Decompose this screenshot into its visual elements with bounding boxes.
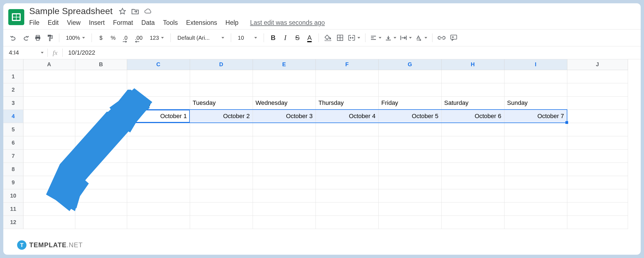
menu-help[interactable]: Help <box>225 19 238 26</box>
move-to-folder-icon[interactable] <box>131 7 139 15</box>
grid-cell[interactable]: October 4 <box>316 110 378 123</box>
row-header[interactable]: 8 <box>3 163 23 176</box>
sheets-logo-icon[interactable] <box>8 9 24 25</box>
fx-icon: fx <box>48 49 62 57</box>
grid-cell[interactable]: Monday <box>127 96 190 110</box>
menu-tools[interactable]: Tools <box>163 19 178 26</box>
row-header[interactable]: 9 <box>3 176 23 189</box>
text-color-button[interactable]: A <box>304 32 315 43</box>
menu-file[interactable]: File <box>29 19 39 26</box>
column-header[interactable]: I <box>504 59 567 70</box>
grid-cell[interactable]: Tuesday <box>190 96 253 110</box>
paint-format-icon[interactable] <box>45 32 55 43</box>
grid-cell[interactable]: October 7 <box>504 110 567 123</box>
menu-bar: File Edit View Insert Format Data Tools … <box>29 17 325 26</box>
row-header[interactable]: 7 <box>3 149 23 163</box>
svg-rect-3 <box>36 38 39 40</box>
row-header[interactable]: 5 <box>3 123 23 136</box>
insert-link-button[interactable] <box>436 32 447 43</box>
row-header[interactable]: 11 <box>3 202 23 216</box>
document-title[interactable]: Sample Spreadsheet <box>29 6 113 16</box>
menu-insert[interactable]: Insert <box>89 19 105 26</box>
name-box[interactable]: 4:I4 <box>3 49 47 56</box>
italic-button[interactable]: I <box>280 32 290 43</box>
star-icon[interactable] <box>119 7 126 15</box>
vertical-align-dropdown[interactable] <box>384 32 397 43</box>
column-header[interactable]: F <box>316 59 378 70</box>
watermark: T TEMPLATE.NET <box>17 240 83 250</box>
row-header[interactable]: 2 <box>3 83 23 96</box>
decrease-decimal-button[interactable]: .0 <box>120 32 130 43</box>
spreadsheet-grid[interactable]: A B C D E F G H I J 1 2 3 Monday Tuesday… <box>3 59 641 255</box>
font-size-dropdown[interactable]: 10 <box>235 32 260 43</box>
svg-rect-4 <box>48 35 51 37</box>
text-wrap-dropdown[interactable] <box>399 32 413 43</box>
svg-point-5 <box>329 38 331 39</box>
google-sheets-window: Sample Spreadsheet File Edit View <box>3 3 641 255</box>
grid-cell[interactable]: October 2 <box>190 110 253 123</box>
svg-marker-0 <box>120 8 126 14</box>
grid-cell[interactable]: Thursday <box>316 96 378 110</box>
redo-icon[interactable] <box>20 32 31 43</box>
merge-cells-dropdown[interactable] <box>347 32 361 43</box>
column-header[interactable]: A <box>23 59 75 70</box>
undo-icon[interactable] <box>8 32 19 43</box>
column-header[interactable]: J <box>567 59 628 70</box>
last-edit-link[interactable]: Last edit was seconds ago <box>250 19 325 26</box>
font-size-value: 10 <box>238 35 244 41</box>
print-icon[interactable] <box>33 32 43 43</box>
svg-rect-1 <box>36 35 39 37</box>
grid-cell[interactable]: Wednesday <box>253 96 316 110</box>
horizontal-align-dropdown[interactable] <box>369 32 383 43</box>
zoom-dropdown[interactable]: 100% <box>63 32 88 43</box>
toolbar: 100% $ % .0 .00 123 Default (Ari... 10 B… <box>3 30 641 46</box>
increase-decimal-button[interactable]: .00 <box>132 32 145 43</box>
formula-bar: 4:I4 fx 10/1/2022 <box>3 46 641 59</box>
select-all-corner[interactable] <box>3 59 23 70</box>
column-header[interactable]: E <box>253 59 316 70</box>
menu-view[interactable]: View <box>67 19 81 26</box>
menu-data[interactable]: Data <box>141 19 155 26</box>
row-header[interactable]: 12 <box>3 216 23 229</box>
row-header[interactable]: 4 <box>3 110 23 123</box>
title-bar: Sample Spreadsheet File Edit View <box>3 3 641 27</box>
cloud-status-icon[interactable] <box>144 7 152 15</box>
column-header[interactable]: G <box>378 59 441 70</box>
cell-reference: 4:I4 <box>9 49 19 56</box>
borders-button[interactable] <box>335 32 345 43</box>
watermark-suffix: .NET <box>67 241 83 249</box>
column-header[interactable]: C <box>127 59 190 70</box>
grid-cell[interactable]: October 3 <box>253 110 316 123</box>
column-header[interactable]: D <box>190 59 253 70</box>
grid-cell[interactable]: Friday <box>378 96 441 110</box>
menu-format[interactable]: Format <box>113 19 133 26</box>
grid-cell[interactable]: October 6 <box>441 110 504 123</box>
column-header[interactable]: B <box>75 59 127 70</box>
menu-edit[interactable]: Edit <box>48 19 59 26</box>
row-header[interactable]: 10 <box>3 189 23 202</box>
watermark-brand: TEMPLATE <box>29 241 67 249</box>
row-header[interactable]: 1 <box>3 70 23 83</box>
fill-color-button[interactable] <box>323 32 333 43</box>
font-family-dropdown[interactable]: Default (Ari... <box>175 32 227 43</box>
menu-extensions[interactable]: Extensions <box>186 19 217 26</box>
currency-format-button[interactable]: $ <box>96 32 106 43</box>
text-rotation-dropdown[interactable] <box>415 32 428 43</box>
percent-format-button[interactable]: % <box>108 32 118 43</box>
more-formats-dropdown[interactable]: 123 <box>147 32 167 43</box>
svg-rect-6 <box>325 40 331 41</box>
grid-cell[interactable]: Sunday <box>504 96 567 110</box>
grid-cell-active[interactable]: October 1 <box>127 110 190 123</box>
font-family-value: Default (Ari... <box>177 35 210 41</box>
row-header[interactable]: 3 <box>3 96 23 110</box>
bold-button[interactable]: B <box>268 32 278 43</box>
column-header[interactable]: H <box>441 59 504 70</box>
row-header[interactable]: 6 <box>3 136 23 149</box>
zoom-value: 100% <box>66 35 80 41</box>
insert-comment-button[interactable] <box>448 32 459 43</box>
watermark-badge-icon: T <box>17 240 26 250</box>
formula-input[interactable]: 10/1/2022 <box>63 49 95 56</box>
strikethrough-button[interactable]: S <box>292 32 303 43</box>
grid-cell[interactable]: Saturday <box>441 96 504 110</box>
grid-cell[interactable]: October 5 <box>378 110 441 123</box>
